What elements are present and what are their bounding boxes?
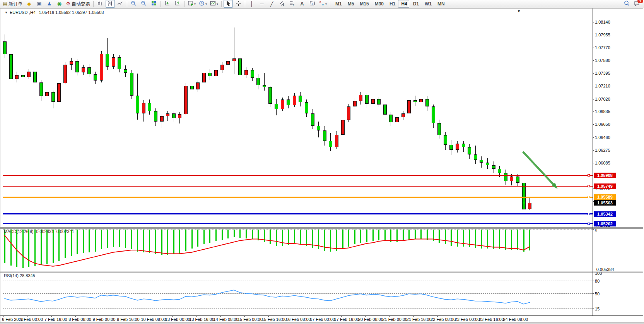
- candle: [365, 95, 369, 104]
- terminal-button[interactable]: ◉: [55, 0, 64, 8]
- horizontal-line-button[interactable]: ─: [257, 0, 266, 8]
- line-chart-button[interactable]: [116, 0, 125, 8]
- clock-icon: [199, 0, 205, 7]
- price-line-anchor[interactable]: [588, 196, 590, 198]
- trendline-button[interactable]: ╱: [267, 0, 277, 8]
- rsi-level-line: [3, 293, 593, 294]
- rsi-level-line: [3, 281, 593, 281]
- macd-histogram-bar: [403, 230, 404, 241]
- tile-windows-button[interactable]: [149, 0, 159, 8]
- crosshair-button[interactable]: [234, 0, 243, 8]
- person-icon: ♟: [47, 1, 51, 7]
- navigator-button[interactable]: ♟: [44, 0, 54, 8]
- candle: [124, 69, 127, 73]
- chart-window[interactable]: [0, 8, 643, 323]
- time-axis-label: 7 Feb 00:00: [20, 317, 43, 322]
- time-axis-label: 8 Feb 08:00: [68, 317, 91, 322]
- price-line-anchor[interactable]: [588, 213, 590, 215]
- candle: [94, 74, 97, 81]
- search-button[interactable]: [622, 0, 631, 8]
- tf-d1-button[interactable]: D1: [410, 0, 421, 8]
- candle: [335, 135, 338, 147]
- price-line-anchor[interactable]: [588, 185, 590, 187]
- fibonacci-button[interactable]: F: [287, 0, 297, 8]
- time-axis-label: 24 Feb 08:00: [503, 317, 528, 322]
- price-line-badge: 1.05342: [594, 211, 616, 217]
- tf-m15-button[interactable]: M15: [357, 0, 371, 8]
- macd-histogram-bar: [258, 230, 259, 240]
- auto-trading-button[interactable]: ⚙自动交易: [65, 0, 91, 8]
- candle: [305, 102, 308, 113]
- macd-histogram-bar: [4, 230, 5, 263]
- pane-separator-main-macd[interactable]: [0, 227, 643, 229]
- candle: [184, 86, 188, 114]
- candlestick-chart-button[interactable]: [106, 0, 115, 8]
- tf-m5-button[interactable]: M5: [345, 0, 356, 8]
- macd-zero-line: [3, 229, 593, 230]
- candle: [244, 70, 248, 75]
- bar-chart-button[interactable]: [96, 0, 105, 8]
- price-axis-label: 1.06085: [595, 161, 610, 165]
- macd-histogram-bar: [276, 230, 277, 246]
- chart-shift-button[interactable]: [173, 0, 182, 8]
- time-axis-label: 20 Feb 08:00: [358, 317, 383, 322]
- candle: [425, 99, 429, 106]
- zoom-in-button[interactable]: [129, 0, 138, 8]
- tf-h1-button[interactable]: H1: [386, 0, 397, 8]
- price-axis-label: 1.06650: [595, 122, 610, 127]
- price-line[interactable]: [3, 197, 593, 198]
- macd-histogram-bar: [89, 230, 90, 252]
- chart-collapse-icon[interactable]: ▼: [5, 11, 8, 14]
- macd-histogram-bar: [487, 230, 488, 249]
- tf-m15-button-label: M15: [360, 1, 369, 7]
- candle: [39, 82, 43, 96]
- macd-histogram-bar: [420, 230, 422, 239]
- tf-w1-button[interactable]: W1: [422, 0, 434, 8]
- price-line[interactable]: [3, 186, 593, 187]
- candle: [432, 106, 435, 123]
- vertical-line-button[interactable]: │: [247, 0, 256, 8]
- tf-m30-button[interactable]: M30: [372, 0, 386, 8]
- vline-icon: │: [250, 1, 253, 7]
- candle: [27, 72, 31, 77]
- candle: [142, 103, 145, 113]
- data-window-button[interactable]: ▣: [34, 0, 44, 8]
- chart-shift-marker-icon[interactable]: ▼: [517, 9, 521, 13]
- text-button[interactable]: A: [297, 0, 307, 8]
- macd-histogram-bar: [493, 230, 494, 249]
- candle: [528, 203, 531, 209]
- equidistant-channel-button[interactable]: E: [277, 0, 287, 8]
- candle-wick: [264, 73, 265, 91]
- market-watch-button[interactable]: ◆: [24, 0, 34, 8]
- new-order-button[interactable]: ▤新订单: [2, 0, 24, 8]
- text-label-icon: T: [309, 0, 315, 7]
- candle: [238, 58, 242, 75]
- rsi-axis-label: 15: [595, 307, 600, 311]
- template-button[interactable]: ▾: [209, 0, 219, 8]
- pane-separator-macd-rsi[interactable]: [0, 271, 643, 273]
- price-line[interactable]: [3, 223, 593, 224]
- price-line-anchor[interactable]: [588, 174, 590, 177]
- price-line[interactable]: [3, 175, 593, 176]
- tf-m1-button[interactable]: M1: [332, 0, 344, 8]
- period-menu-button[interactable]: ▾: [198, 0, 208, 8]
- candle: [75, 61, 79, 72]
- text-label-button[interactable]: T: [307, 0, 317, 8]
- candle: [353, 101, 357, 106]
- arrows-button[interactable]: ▾: [318, 0, 328, 8]
- cursor-button[interactable]: [224, 0, 233, 8]
- chart-ohlc-values: 1.05416 1.05592 1.05397 1.05503: [39, 10, 104, 15]
- tf-h4-button[interactable]: H4: [398, 0, 409, 8]
- price-line[interactable]: [3, 203, 593, 203]
- price-line[interactable]: [3, 213, 593, 214]
- auto-scroll-button[interactable]: [163, 0, 172, 8]
- candle: [293, 96, 296, 105]
- price-line-anchor[interactable]: [588, 223, 590, 225]
- candle: [63, 65, 67, 83]
- zoom-out-button[interactable]: [139, 0, 149, 8]
- tf-mn-button[interactable]: MN: [434, 0, 447, 8]
- new-chart-button[interactable]: ▾: [186, 0, 197, 8]
- notifications-button[interactable]: 1: [632, 0, 641, 8]
- text-icon: A: [300, 1, 304, 7]
- candle: [263, 85, 266, 87]
